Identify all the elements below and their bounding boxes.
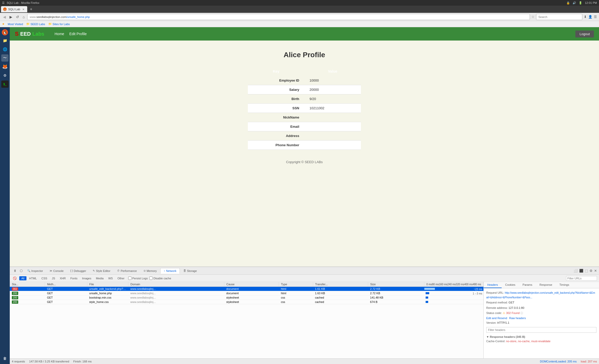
url-bar[interactable]: www.seedlabsqlinjection.com/unsafe_home.…: [27, 14, 530, 20]
devtools-tab-storage[interactable]: 🗄 Storage: [180, 268, 200, 273]
col-domain: Domain: [128, 282, 224, 287]
network-table-row[interactable]: 200GETbootstrap.min.csswww.seedlabsqlinj…: [10, 296, 483, 300]
devtools-tab-console[interactable]: ≫ Console: [46, 268, 67, 273]
sidebar-icon-browser[interactable]: 🌐: [1, 46, 8, 53]
sidebar-icon-terminal[interactable]: $_: [1, 81, 8, 88]
back-button[interactable]: ◀: [2, 14, 7, 19]
network-table-row[interactable]: 200GETstyle_home.csswww.seedlabsqlinj...…: [10, 300, 483, 304]
nrp-tab-timings[interactable]: Timings: [556, 282, 573, 288]
net-status-cell: 200: [10, 300, 45, 304]
timeline-bar-area: [424, 300, 483, 304]
persist-logs-input[interactable]: [128, 277, 132, 280]
nrp-tab-headers[interactable]: Headers: [484, 282, 502, 288]
devtools-tab-memory[interactable]: ⊙ Memory: [141, 268, 160, 273]
filter-tab-all[interactable]: All: [19, 276, 26, 280]
refresh-button[interactable]: ↺: [15, 14, 20, 19]
status-badge: 200: [12, 296, 18, 299]
filter-tab-ws[interactable]: WS: [106, 276, 115, 280]
browser-chrome: 🦊 SQLI Lab ✕ + ◀ ▶ ↺ ⌂ www.seedlabsqlinj…: [0, 6, 599, 27]
browser-tab[interactable]: 🦊 SQLI Lab ✕: [1, 6, 27, 12]
nav-menu-icon[interactable]: ☰: [594, 15, 597, 19]
devtools-pause-icon[interactable]: ⏸: [12, 269, 18, 273]
devtools-tab-inspector[interactable]: 🔍 Inspector: [24, 268, 46, 273]
profile-table-row: Email: [248, 122, 361, 131]
devtools-tabs: ⏸ ⬡ 🔍 Inspector ≫ Console { } Debugger: [10, 267, 599, 275]
tab-close-button[interactable]: ✕: [22, 7, 25, 11]
net-type-cell: css: [279, 300, 313, 304]
devtools-dock-icon[interactable]: ⬜: [574, 269, 578, 273]
network-table-row[interactable]: 302GETunsafe_edit_backend.php?Ni...www.s…: [10, 287, 483, 291]
os-battery-icon: 🔋: [579, 1, 582, 5]
filter-tab-other[interactable]: Other: [115, 276, 127, 280]
devtools-inspect-icon[interactable]: ⬡: [19, 269, 24, 273]
sidebar-icon-ubuntu[interactable]: 🐧: [2, 29, 8, 35]
devtools-tab-style-editor-label: Style Editor: [96, 269, 110, 272]
timeline-time-label: 1→3 ms: [473, 292, 482, 295]
search-input[interactable]: [536, 14, 582, 20]
net-domain-cell: www.seedlabsqlinj...: [128, 291, 224, 296]
net-timeline-cell: [424, 296, 483, 300]
filter-tab-fonts[interactable]: Fonts: [68, 276, 80, 280]
sidebar-icon-files[interactable]: 📁: [1, 37, 8, 44]
devtools-tab-style-editor[interactable]: ✎ Style Editor: [90, 268, 113, 273]
sidebar-icon-trash[interactable]: 🗑: [1, 355, 8, 362]
devtools-close-icon[interactable]: ✕: [594, 269, 597, 273]
nav-downloads-icon[interactable]: ⬇: [584, 15, 587, 19]
disable-cache-input[interactable]: [149, 277, 153, 280]
devtools-settings-icon[interactable]: ⚙: [589, 269, 593, 273]
nav-edit-profile-link[interactable]: Edit Profile: [69, 32, 87, 36]
headers-filter-input[interactable]: [486, 327, 596, 333]
devtools-tab-performance-label: Performance: [121, 269, 137, 272]
network-clear-button[interactable]: 🚫: [12, 276, 18, 281]
network-toolbar: 🚫 All HTML CSS JS XHR Fonts Images Media…: [10, 275, 599, 282]
sidebar-icon-firefox[interactable]: 🦊: [1, 63, 8, 70]
persist-logs-checkbox[interactable]: Persist Logs: [128, 277, 148, 280]
home-button[interactable]: ⌂: [22, 14, 26, 19]
copyright: Copyright © SEED LABs: [286, 160, 323, 164]
nrp-tab-params[interactable]: Params: [519, 282, 536, 288]
logout-button[interactable]: Logout: [575, 31, 594, 37]
logo-eed: EED: [20, 31, 31, 37]
nav-sync-icon[interactable]: 👤: [588, 15, 592, 19]
filter-tab-media[interactable]: Media: [94, 276, 106, 280]
raw-headers-button[interactable]: Raw headers: [509, 317, 526, 320]
devtools-dock-bottom-icon[interactable]: ⬛: [579, 269, 583, 273]
devtools-split-icon[interactable]: ⬚: [585, 269, 588, 273]
net-size-cell: 2.72 KB: [368, 291, 424, 296]
new-tab-button[interactable]: +: [28, 7, 34, 12]
forward-button[interactable]: ▶: [8, 14, 13, 19]
title-bar: 🦊 SQLI Lab ✕ +: [0, 6, 599, 13]
filter-tab-css[interactable]: CSS: [39, 276, 49, 280]
filter-tab-html[interactable]: HTML: [27, 276, 39, 280]
bookmark-star-icon[interactable]: ☆: [531, 15, 535, 19]
bookmark-most-visited[interactable]: Most Visited: [8, 23, 23, 26]
devtools-tab-network[interactable]: ↕ Network: [160, 268, 180, 274]
edit-resend-button[interactable]: Edit and Resend: [486, 317, 507, 320]
col-method: Meth...: [45, 282, 87, 287]
devtools-tab-debugger[interactable]: { } Debugger: [67, 268, 89, 273]
profile-value-cell: 10211002: [304, 104, 361, 113]
nrp-tab-response[interactable]: Response: [536, 282, 556, 288]
disable-cache-checkbox[interactable]: Disable cache: [149, 277, 171, 280]
logo-s: S: [15, 31, 19, 37]
nrp-tab-cookies[interactable]: Cookies: [502, 282, 519, 288]
net-transfer-cell: cached: [313, 300, 368, 304]
network-table-row[interactable]: 200GETunsafe_home.phpwww.seedlabsqlinj..…: [10, 291, 483, 296]
devtools-tab-performance[interactable]: ⏱ Performance: [114, 268, 140, 273]
filter-tab-xhr[interactable]: XHR: [58, 276, 68, 280]
filter-urls-input[interactable]: [566, 276, 597, 281]
sidebar-icon-terminal-wave[interactable]: 〜: [1, 54, 8, 62]
status-warning-icon: ⚠: [503, 311, 505, 314]
filter-tab-js[interactable]: JS: [50, 276, 57, 280]
logo-labs: Labs: [32, 31, 44, 37]
response-headers-section[interactable]: ▼ Response headers (345 B): [486, 335, 596, 338]
net-file-cell: style_home.css: [87, 300, 128, 304]
sidebar-icon-settings[interactable]: ⚙: [1, 72, 8, 79]
bookmark-sites[interactable]: 📁 Sites for Labs: [48, 22, 70, 26]
bookmark-seed-labs[interactable]: 📁 SEED Labs: [26, 22, 45, 26]
nav-home-link[interactable]: Home: [55, 32, 64, 36]
filter-tab-images[interactable]: Images: [80, 276, 93, 280]
status-badge: 302: [12, 287, 18, 291]
network-table-header-row: Sta... Meth... File Domain Cause Type Tr…: [10, 282, 483, 287]
nav-icons: ⬇ 👤 ☰: [584, 15, 597, 19]
